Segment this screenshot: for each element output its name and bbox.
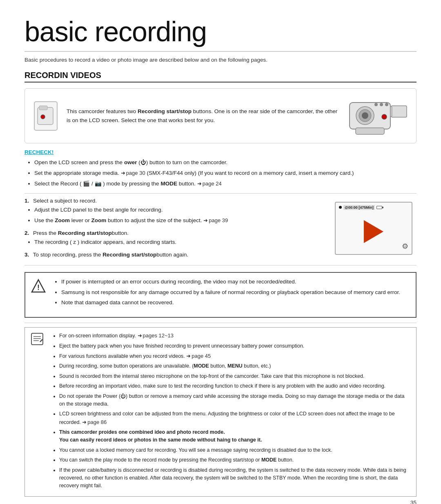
step-2-number: 2.	[24, 230, 29, 236]
warning-triangle-icon: !	[31, 279, 46, 293]
warning-icon: !	[31, 279, 46, 296]
steps-section: 1. Select a subject to record. Adjust th…	[24, 198, 416, 261]
camcorder-svg	[36, 103, 56, 129]
lcd-rec-dot	[339, 206, 342, 209]
step-2-sub-1: The recording ( z ) indicator appears, a…	[34, 238, 328, 247]
divider-2	[24, 265, 416, 265]
page-number: 35	[410, 500, 416, 504]
warning-item-3: Note that damaged data cannot be recover…	[61, 299, 400, 307]
lcd-status-bar: @00:00 [475Min]	[339, 205, 408, 210]
steps-left: 1. Select a subject to record. Adjust th…	[24, 198, 328, 261]
note-item-1: For on-screen information display. pages…	[59, 332, 410, 340]
note-pencil-icon	[31, 332, 44, 346]
note-item-10: You cannot use a locked memory card for …	[59, 446, 410, 454]
note-item-11: You can switch the play mode to the reco…	[59, 456, 410, 464]
lcd-timecode: @00:00 [475Min]	[343, 205, 375, 210]
info-box-text: This camcorder features two Recording st…	[67, 107, 338, 125]
step-3-text: To stop recording, press the Recording s…	[33, 252, 188, 258]
step-1-sub-1: Adjust the LCD panel to the best angle f…	[34, 206, 328, 214]
divider-1	[24, 193, 416, 194]
step-1-sub-2: Use the Zoom lever or Zoom button to adj…	[34, 216, 328, 225]
note-item-2: Eject the battery pack when you have fin…	[59, 342, 410, 350]
camcorder-body-icon	[34, 101, 58, 131]
section-title: RECORDIN VIDEOS	[24, 71, 416, 83]
page-title: basic recording	[24, 16, 416, 52]
step-3: 3. To stop recording, press the Recordin…	[24, 252, 328, 258]
step-2-sub-list: The recording ( z ) indicator appears, a…	[24, 238, 328, 247]
step-1: 1. Select a subject to record. Adjust th…	[24, 198, 328, 225]
warning-item-1: If power is interrupted or an error occu…	[61, 278, 400, 286]
svg-point-11	[385, 103, 388, 106]
svg-rect-8	[390, 107, 392, 116]
svg-rect-1	[39, 106, 47, 110]
note-list: For on-screen information display. pages…	[49, 332, 410, 490]
note-box: For on-screen information display. pages…	[24, 327, 416, 496]
note-item-7: Do not operate the Power (⏻) button or r…	[59, 392, 410, 408]
note-icon	[31, 332, 44, 348]
step-1-number: 1.	[24, 198, 29, 204]
svg-rect-7	[391, 106, 407, 117]
recheck-link[interactable]: RECHECK!	[24, 149, 416, 155]
lcd-preview-section: @00:00 [475Min] ⚙	[335, 198, 416, 261]
note-item-6: Before recording an important video, mak…	[59, 382, 410, 390]
note-item-12: If the power cable/battery is disconnect…	[59, 466, 410, 490]
note-item-3: For various functions available when you…	[59, 352, 410, 360]
camcorder-side-icon	[31, 101, 60, 131]
warning-list: If power is interrupted or an error occu…	[51, 278, 400, 308]
note-item-8: LCD screen brightness and color can be a…	[59, 410, 410, 426]
step-2: 2. Press the Recording start/stopbutton.…	[24, 230, 328, 247]
recheck-list: Open the LCD screen and press the ower (…	[24, 158, 416, 188]
svg-point-6	[362, 112, 368, 119]
warning-item-2: Samsung is not responsible for any damag…	[61, 288, 400, 297]
lcd-play-arrow	[364, 220, 383, 243]
step-1-sub-list: Adjust the LCD panel to the best angle f…	[24, 206, 328, 225]
lcd-preview: @00:00 [475Min] ⚙	[335, 202, 412, 255]
note-content: For on-screen information display. pages…	[49, 332, 410, 492]
info-box: This camcorder features two Recording st…	[24, 88, 416, 143]
warning-box: ! If power is interrupted or an error oc…	[24, 272, 416, 318]
step-2-text: Press the Recording start/stopbutton.	[33, 230, 129, 236]
svg-rect-16	[31, 333, 43, 345]
step-3-number: 3.	[24, 252, 29, 258]
lcd-battery-icon	[376, 206, 382, 209]
warning-content: If power is interrupted or an error occu…	[51, 278, 400, 312]
svg-point-13	[382, 114, 387, 119]
step-1-text: Select a subject to record.	[33, 198, 97, 204]
subtitle-text: Basic procedures to record a video or ph…	[24, 56, 416, 64]
info-text-part1: This camcorder features two	[67, 108, 138, 114]
svg-point-9	[374, 103, 378, 106]
note-item-4: During recording, some button operations…	[59, 362, 410, 370]
svg-rect-12	[356, 128, 384, 134]
recheck-item-2: Set the appropriate storage media. page …	[34, 169, 416, 178]
recheck-item-3: Select the Record ( 🎬 / 📷 ) mode by pres…	[34, 180, 416, 188]
divider-3	[24, 323, 416, 323]
camcorder-photo-svg	[345, 94, 409, 137]
svg-point-10	[380, 103, 383, 106]
svg-point-2	[41, 115, 45, 119]
camcorder-photo	[344, 94, 410, 137]
svg-text:!: !	[37, 283, 40, 292]
lcd-corner-icon: ⚙	[402, 242, 408, 251]
recheck-item-1: Open the LCD screen and press the ower (…	[34, 158, 416, 167]
note-item-9: This camcorder proides one combined ideo…	[59, 428, 410, 444]
info-text-bold: Recording start/stop	[138, 108, 192, 114]
note-item-5: Sound is recorded from the internal ster…	[59, 372, 410, 380]
